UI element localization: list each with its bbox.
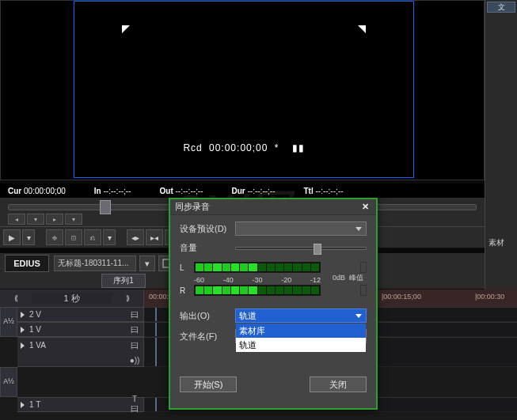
in-timecode: --:--:--;--	[104, 187, 131, 195]
scrub-btn-4[interactable]: ▾	[65, 214, 82, 225]
meter-r-peak	[360, 285, 367, 296]
track-group-b[interactable]: A½	[0, 367, 17, 397]
ruler-tick-2: |00:00:30	[475, 293, 504, 301]
ttl-timecode: --:--:--;--	[315, 187, 343, 195]
track-mode-icon[interactable]: T 曰	[129, 395, 140, 414]
rcd-timecode: 00:00:00;00	[209, 142, 268, 153]
ruler-tick-1: |00:00:15;00	[382, 293, 421, 301]
track-mode-icon[interactable]: 曰	[129, 340, 140, 351]
ruler-zoom-out[interactable]: ⟪	[0, 294, 32, 302]
project-name[interactable]: 无标题-180311-11...	[54, 255, 136, 271]
right-tab[interactable]: 文	[487, 2, 515, 13]
close-button[interactable]: 关闭	[310, 376, 367, 392]
out-timecode: --:--:--;--	[176, 187, 203, 195]
sequence-tab-1[interactable]: 序列1	[101, 274, 146, 288]
track-header-va1[interactable]: 1 VA曰 ●))	[17, 337, 144, 367]
ruler-scale-label[interactable]: 1 秒	[32, 293, 112, 304]
next-edit-button[interactable]: ▸◂	[146, 229, 163, 245]
dialog-titlebar[interactable]: 同步录音 ✕	[170, 199, 376, 215]
scrub-btn-2[interactable]: ▾	[27, 214, 44, 225]
edit-mode-2[interactable]: ⎅	[65, 229, 82, 245]
output-option-bin[interactable]: 素材库	[236, 324, 366, 338]
output-value: 轨道	[239, 311, 257, 320]
start-button[interactable]: 开始(S)	[180, 376, 237, 392]
edius-logo: EDIUS	[5, 255, 49, 272]
meter-l-peak	[360, 262, 367, 273]
expand-icon[interactable]	[21, 342, 25, 349]
audio-icon[interactable]: ●))	[129, 356, 140, 365]
project-menu-icon[interactable]: ▾	[139, 255, 155, 271]
pause-icon: ▮▮	[292, 142, 305, 153]
timecode-info-row: Cur 00:00:00;00 In --:--:--;-- Out --:--…	[0, 184, 485, 198]
track-header-t1[interactable]: 1 TT 曰	[17, 397, 144, 412]
level-meters: L -60 -40 -30 -20 -12 0dB 峰值 R	[180, 260, 367, 297]
safe-marker-tl	[122, 25, 135, 35]
right-panel-label[interactable]: 素材	[488, 237, 504, 248]
scrub-handle[interactable]	[100, 200, 111, 214]
track-header-v1[interactable]: 1 V曰	[17, 322, 144, 337]
track-mode-icon[interactable]: 曰	[129, 309, 140, 320]
expand-icon[interactable]	[21, 312, 25, 318]
output-dropdown: 素材库 轨道	[236, 324, 366, 352]
rcd-readout: Rcd 00:00:00;00 * ▮▮	[74, 142, 413, 153]
track-mode-icon[interactable]: 曰	[129, 324, 140, 335]
scrub-btn-3[interactable]: ▸	[46, 214, 63, 225]
dialog-title: 同步录音	[175, 201, 210, 213]
voiceover-dialog: 同步录音 ✕ 设备预设(D) 音量 L -60 -40 -30 -20	[169, 198, 378, 410]
expand-icon[interactable]	[21, 402, 25, 408]
output-option-track[interactable]: 轨道	[236, 338, 366, 352]
rcd-suffix: *	[275, 142, 279, 153]
preset-label: 设备预设(D)	[180, 223, 235, 235]
meter-r	[194, 285, 321, 296]
safe-marker-tr	[353, 25, 366, 35]
output-label: 输出(O)	[180, 310, 235, 322]
meter-l	[194, 262, 321, 273]
play-button[interactable]: ▶	[3, 229, 21, 245]
volume-slider[interactable]	[235, 247, 367, 250]
close-icon[interactable]: ✕	[359, 202, 371, 213]
edit-mode-3[interactable]: ⎌	[84, 229, 101, 245]
dur-timecode: --:--:--;--	[248, 187, 276, 195]
meter-l-label: L	[180, 263, 194, 272]
track-group-a[interactable]: A½	[0, 307, 17, 337]
edit-dd[interactable]: ▾	[103, 229, 116, 245]
ruler-zoom-in[interactable]: ⟫	[112, 294, 143, 302]
preset-select[interactable]	[235, 221, 367, 236]
volume-label: 音量	[180, 242, 235, 254]
monitor-area: Rcd 00:00:00;00 * ▮▮	[0, 0, 485, 180]
meter-r-label: R	[180, 286, 194, 295]
slider-thumb[interactable]	[314, 244, 321, 255]
edit-mode-1[interactable]: ⎆	[46, 229, 63, 245]
scrub-btn-1[interactable]: ◂	[8, 214, 25, 225]
output-select[interactable]: 轨道 素材库 轨道	[235, 308, 367, 323]
rcd-label: Rcd	[183, 142, 202, 153]
filename-label: 文件名(F)	[180, 331, 235, 342]
prev-edit-button[interactable]: ◂▸	[127, 229, 144, 245]
expand-icon[interactable]	[21, 327, 25, 333]
program-monitor[interactable]: Rcd 00:00:00;00 * ▮▮	[74, 1, 414, 178]
track-header-v2[interactable]: 2 V曰	[17, 307, 144, 322]
cur-timecode: 00:00:00;00	[24, 187, 66, 195]
play-dd[interactable]: ▾	[22, 229, 35, 245]
